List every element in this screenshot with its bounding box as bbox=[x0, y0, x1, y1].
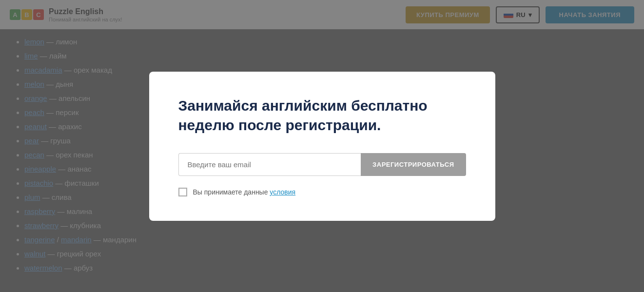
terms-text: Вы принимаете данные условия bbox=[193, 188, 296, 196]
modal-form: ЗАРЕГИСТРИРОВАТЬСЯ bbox=[178, 153, 466, 176]
modal-terms: Вы принимаете данные условия bbox=[178, 188, 466, 196]
modal-overlay: Занимайся английским бесплатно неделю по… bbox=[0, 0, 644, 292]
modal-title: Занимайся английским бесплатно неделю по… bbox=[178, 96, 466, 136]
terms-link[interactable]: условия bbox=[270, 188, 295, 196]
terms-checkbox[interactable] bbox=[178, 188, 187, 196]
register-button[interactable]: ЗАРЕГИСТРИРОВАТЬСЯ bbox=[361, 153, 466, 176]
registration-modal: Занимайся английским бесплатно неделю по… bbox=[149, 72, 495, 221]
email-input[interactable] bbox=[178, 153, 361, 176]
